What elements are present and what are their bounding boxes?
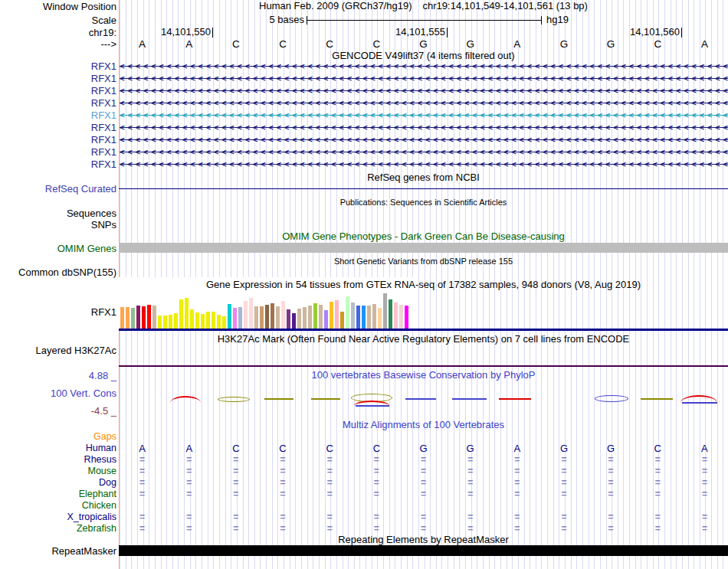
gtex-tissue-bar[interactable] (297, 309, 301, 329)
refseq-curated-line[interactable] (119, 188, 728, 189)
gtex-tissue-bar[interactable] (163, 316, 167, 329)
gtex-tissue-bar[interactable] (394, 302, 398, 329)
gtex-tissue-bar[interactable] (335, 300, 339, 329)
gtex-tissue-bar[interactable] (238, 307, 242, 329)
gtex-tissue-bar[interactable] (195, 312, 199, 329)
gtex-tissue-bar[interactable] (378, 308, 382, 329)
gene-model-row[interactable]: <<<<<<<<<<<<<<<<<<<<<<<<<<<<<<<<<<<<<<<<… (120, 110, 728, 122)
chrom-label[interactable]: chr19: (89, 27, 116, 38)
h3k27ac-track-title[interactable]: H3K27Ac Mark (Often Found Near Active Re… (119, 334, 728, 345)
gene-model-row[interactable]: <<<<<<<<<<<<<<<<<<<<<<<<<<<<<<<<<<<<<<<<… (120, 97, 728, 110)
gtex-tissue-bar[interactable] (142, 306, 146, 329)
gtex-tissue-bar[interactable] (330, 302, 333, 329)
omim-track-title[interactable]: OMIM Gene Phenotypes - Dark Green Can Be… (119, 231, 728, 242)
gtex-tissue-bar[interactable] (254, 306, 258, 329)
gtex-tissue-bar[interactable] (346, 296, 349, 329)
gtex-tissue-bar[interactable] (383, 293, 387, 329)
reference-base[interactable]: A (166, 38, 212, 50)
reference-base[interactable]: C (259, 38, 306, 50)
gtex-tissue-bar[interactable] (169, 315, 172, 329)
gtex-tissue-bar[interactable] (244, 301, 248, 329)
reference-base[interactable]: G (400, 38, 447, 50)
reference-base[interactable]: A (119, 38, 166, 50)
track-label-100-vert-cons[interactable]: 100 Vert. Cons (51, 388, 116, 399)
gtex-tissue-bar[interactable] (206, 312, 210, 329)
conservation-track-title[interactable]: 100 vertebrates Basewise Conservation by… (119, 370, 728, 381)
track-label-layered-h3k27ac[interactable]: Layered H3K27Ac (35, 345, 116, 356)
refseq-track-title[interactable]: RefSeq genes from NCBI (119, 172, 728, 183)
gtex-tissue-bar[interactable] (281, 301, 285, 329)
gtex-tissue-bar[interactable] (152, 306, 156, 329)
gtex-tissue-bar[interactable] (324, 310, 328, 329)
gtex-tissue-bar[interactable] (126, 307, 130, 329)
gene-model-row[interactable]: <<<<<<<<<<<<<<<<<<<<<<<<<<<<<<<<<<<<<<<<… (120, 146, 728, 159)
gtex-tissue-bar[interactable] (179, 299, 183, 329)
gtex-tissue-bar[interactable] (313, 303, 317, 329)
gtex-tissue-bar[interactable] (217, 315, 221, 329)
gene-model-row[interactable]: <<<<<<<<<<<<<<<<<<<<<<<<<<<<<<<<<<<<<<<<… (120, 73, 728, 85)
species-label-dog[interactable]: Dog (99, 477, 116, 489)
gtex-tissue-bar[interactable] (303, 307, 307, 329)
h3k27ac-baseline[interactable] (119, 365, 728, 367)
omim-genes-bar[interactable] (119, 243, 728, 253)
gtex-tissue-bar[interactable] (190, 309, 194, 329)
gene-label[interactable]: RFX1 (91, 97, 116, 110)
gtex-tissue-bar[interactable] (265, 305, 269, 329)
reference-base[interactable]: A (494, 38, 540, 50)
gene-label[interactable]: RFX1 (91, 60, 116, 73)
species-label-rhesus[interactable]: Rhesus (84, 454, 116, 466)
gtex-tissue-bar[interactable] (362, 306, 366, 329)
gene-model-row[interactable]: <<<<<<<<<<<<<<<<<<<<<<<<<<<<<<<<<<<<<<<<… (120, 159, 728, 171)
species-label-chicken[interactable]: Chicken (82, 500, 116, 512)
gtex-tissue-bar[interactable] (131, 308, 135, 329)
species-label-zebrafish[interactable]: Zebrafish (77, 523, 116, 535)
species-label-mouse[interactable]: Mouse (87, 466, 116, 477)
reference-base[interactable]: C (353, 38, 400, 50)
gene-model-row[interactable]: <<<<<<<<<<<<<<<<<<<<<<<<<<<<<<<<<<<<<<<<… (120, 122, 728, 134)
gtex-tissue-bar[interactable] (340, 312, 344, 329)
reference-base[interactable]: A (681, 38, 728, 50)
gtex-tissue-bar[interactable] (185, 298, 189, 329)
gtex-tissue-bar[interactable] (308, 306, 312, 329)
species-label-elephant[interactable]: Elephant (79, 489, 116, 500)
gtex-tissue-bar[interactable] (287, 309, 290, 329)
gtex-tissue-bar[interactable] (147, 305, 151, 329)
conservation-scale-max[interactable]: 4.88 _ (89, 370, 116, 381)
repeatmasker-track-title[interactable]: Repeating Elements by RepeatMasker (119, 535, 728, 545)
gtex-tissue-bar[interactable] (222, 316, 226, 329)
track-label-repeatmasker[interactable]: RepeatMasker (51, 545, 116, 557)
gtex-tissue-bar[interactable] (212, 312, 215, 329)
gene-label[interactable]: RFX1 (91, 73, 116, 85)
gtex-tissue-bar[interactable] (405, 306, 408, 329)
gtex-tissue-bar[interactable] (356, 306, 360, 329)
multiz-track-title[interactable]: Multiz Alignments of 100 Vertebrates (119, 420, 728, 430)
gene-label[interactable]: RFX1 (91, 146, 116, 159)
gtex-tissue-bar[interactable] (158, 316, 162, 329)
gtex-tissue-bar[interactable] (249, 298, 253, 329)
gencode-track-title[interactable]: GENCODE V49lift37 (4 items filtered out) (119, 51, 728, 61)
repeatmasker-element-bar[interactable] (119, 545, 728, 556)
track-label-refseq-curated[interactable]: RefSeq Curated (45, 183, 116, 195)
gene-label[interactable]: RFX1 (91, 110, 116, 122)
strand-direction-label[interactable]: ---> (100, 38, 116, 50)
conservation-scale-min[interactable]: -4.5 _ (91, 405, 116, 417)
species-label-human[interactable]: Human (86, 443, 116, 454)
gtex-track-title[interactable]: Gene Expression in 54 tissues from GTEx … (119, 280, 728, 290)
gtex-tissue-bar[interactable] (351, 302, 355, 329)
gtex-tissue-bar[interactable] (399, 305, 403, 329)
reference-base[interactable]: G (540, 38, 587, 50)
gene-model-row[interactable]: <<<<<<<<<<<<<<<<<<<<<<<<<<<<<<<<<<<<<<<<… (120, 134, 728, 146)
track-label-omim-genes[interactable]: OMIM Genes (57, 243, 116, 254)
gtex-tissue-bar[interactable] (271, 303, 274, 329)
track-label-snps[interactable]: SNPs (91, 219, 116, 231)
species-label-gaps[interactable]: Gaps (93, 431, 116, 443)
gene-model-row[interactable]: <<<<<<<<<<<<<<<<<<<<<<<<<<<<<<<<<<<<<<<<… (120, 85, 728, 97)
publications-track-title[interactable]: Publications: Sequences in Scientific Ar… (119, 197, 728, 208)
reference-base[interactable]: C (212, 38, 259, 50)
window-position-label[interactable]: Window Position (43, 1, 116, 12)
gtex-tissue-bar[interactable] (136, 306, 140, 329)
gtex-tissue-bar[interactable] (174, 313, 178, 329)
species-label-x_tropicalis[interactable]: X_tropicalis (67, 512, 116, 523)
gene-label[interactable]: RFX1 (91, 134, 116, 146)
gtex-tissue-bar[interactable] (120, 307, 124, 329)
